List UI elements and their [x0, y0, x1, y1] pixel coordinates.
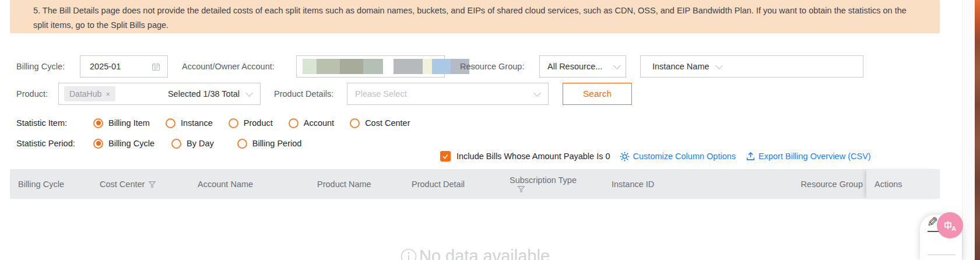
column-header-product-name[interactable]: Product Name: [309, 169, 403, 199]
statistic-item-label: Statistic Item:: [16, 118, 93, 128]
resource-group-label: Resource Group:: [460, 55, 524, 78]
column-header-actions[interactable]: Actions: [866, 169, 940, 199]
chevron-down-icon: [245, 89, 253, 97]
radio-icon[interactable]: [166, 118, 175, 128]
product-chip-text: DataHub: [69, 89, 101, 99]
radio-label: Billing Cycle: [108, 139, 154, 148]
resource-group-select[interactable]: All Resource...: [539, 55, 626, 78]
radio-label: Billing Period: [252, 139, 302, 148]
radio-billing-period[interactable]: Billing Period: [237, 139, 302, 149]
export-csv-label: Export Billing Overview (CSV): [758, 152, 871, 161]
column-header-subscription-type[interactable]: Subscription Type: [501, 169, 603, 199]
product-label: Product:: [16, 83, 48, 105]
filter-icon[interactable]: [518, 186, 525, 192]
include-zero-checkbox[interactable]: [440, 151, 451, 161]
include-zero-label: Include Bills Whose Amount Payable Is 0: [456, 152, 610, 161]
statistic-period-row: Statistic Period: Billing Cycle By Day B…: [16, 138, 317, 149]
radio-icon[interactable]: [350, 118, 360, 128]
vertical-scrollbar-track[interactable]: [962, 0, 975, 260]
radio-instance[interactable]: Instance: [166, 118, 213, 128]
column-label: Resource Group: [801, 180, 863, 189]
column-label: Cost Center: [100, 180, 145, 189]
radio-icon[interactable]: [171, 139, 181, 149]
column-header-account-name[interactable]: Account Name: [189, 169, 309, 199]
column-label: Instance ID: [612, 180, 654, 189]
product-selected-summary: Selected 1/38 Total: [168, 89, 240, 99]
radio-label: Cost Center: [365, 118, 410, 128]
radio-label: Account: [304, 118, 334, 128]
export-csv-link[interactable]: Export Billing Overview (CSV): [746, 152, 871, 161]
radio-label: By Day: [187, 139, 214, 148]
radio-account[interactable]: Account: [289, 118, 334, 128]
column-label: Account Name: [198, 180, 253, 189]
radio-label: Billing Item: [108, 118, 150, 128]
radio-icon[interactable]: [93, 139, 103, 149]
chevron-down-icon: [613, 62, 621, 69]
export-icon: [746, 152, 755, 161]
column-label: Actions: [874, 180, 902, 189]
customize-columns-link[interactable]: Customize Column Options: [620, 152, 736, 161]
empty-state-text: No data available: [419, 247, 550, 260]
chevron-down-icon: [533, 89, 541, 97]
billing-cycle-label: Billing Cycle:: [16, 55, 65, 78]
instance-name-selector[interactable]: Instance Name: [652, 62, 709, 71]
radio-product[interactable]: Product: [229, 118, 273, 128]
column-label: Billing Cycle: [18, 180, 64, 189]
product-details-select[interactable]: Please Select: [347, 83, 549, 105]
column-header-resource-group[interactable]: Resource Group: [737, 169, 866, 199]
notice-banner: 5. The Bill Details page does not provid…: [10, 0, 940, 33]
gear-icon: [620, 152, 630, 161]
column-label: Product Detail: [412, 180, 465, 189]
product-select[interactable]: DataHub × Selected 1/38 Total: [58, 83, 261, 105]
search-button-label: Search: [583, 89, 612, 99]
account-owner-label: Account/Owner Account:: [182, 55, 275, 78]
billing-cycle-input[interactable]: 2025-01: [80, 55, 168, 78]
filter-icon[interactable]: [149, 181, 156, 188]
chevron-down-icon[interactable]: [715, 62, 723, 69]
product-chip[interactable]: DataHub ×: [64, 86, 115, 101]
radio-icon[interactable]: [93, 118, 103, 128]
translate-button[interactable]: A: [937, 212, 963, 238]
calendar-icon[interactable]: [152, 62, 160, 71]
column-header-billing-cycle[interactable]: Billing Cycle: [10, 169, 92, 199]
billing-cycle-value: 2025-01: [90, 62, 121, 71]
notice-banner-text: 5. The Bill Details page does not provid…: [33, 3, 922, 33]
product-details-label: Product Details:: [274, 83, 333, 105]
column-header-product-detail[interactable]: Product Detail: [403, 169, 501, 199]
table-toolbar: Include Bills Whose Amount Payable Is 0 …: [440, 150, 871, 163]
resource-group-value: All Resource...: [547, 62, 602, 71]
desktop-wallpaper-strip: [975, 0, 980, 260]
column-label: Subscription Type: [510, 175, 577, 185]
radio-icon[interactable]: [237, 139, 247, 149]
radio-label: Instance: [181, 118, 213, 128]
radio-label: Product: [244, 118, 273, 128]
check-icon: [442, 153, 449, 160]
translate-icon: A: [943, 218, 958, 233]
column-header-cost-center[interactable]: Cost Center: [92, 169, 189, 199]
radio-by-day[interactable]: By Day: [171, 139, 214, 149]
radio-cost-center[interactable]: Cost Center: [350, 118, 410, 128]
customize-columns-label: Customize Column Options: [633, 152, 736, 161]
search-button[interactable]: Search: [563, 83, 632, 105]
radio-icon[interactable]: [229, 118, 238, 128]
redacted-account-value: [303, 59, 469, 74]
widget-divider: [928, 254, 956, 255]
table-header-row: Billing Cycle Cost Center Account Name P…: [10, 169, 940, 199]
chip-close-icon[interactable]: ×: [106, 90, 110, 99]
radio-billing-item[interactable]: Billing Item: [93, 118, 150, 128]
empty-state: No data available: [10, 247, 940, 260]
svg-text:A: A: [951, 225, 956, 232]
instance-name-search-box[interactable]: Instance Name: [640, 55, 863, 78]
radio-billing-cycle[interactable]: Billing Cycle: [93, 139, 154, 149]
column-label: Product Name: [317, 180, 371, 189]
statistic-item-row: Statistic Item: Billing Item Instance Pr…: [16, 117, 426, 129]
billing-overview-page: 5. The Bill Details page does not provid…: [0, 0, 980, 260]
statistic-period-label: Statistic Period:: [16, 139, 93, 148]
info-icon: [400, 248, 417, 260]
product-details-placeholder: Please Select: [355, 89, 407, 99]
column-header-instance-id[interactable]: Instance ID: [603, 169, 737, 199]
account-owner-select[interactable]: [296, 55, 445, 78]
radio-icon[interactable]: [289, 118, 298, 128]
